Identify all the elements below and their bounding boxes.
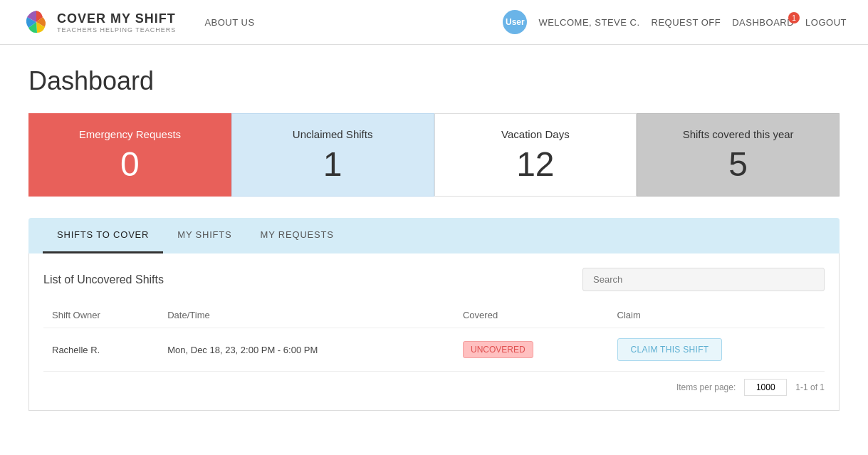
shifts-table: Shift Owner Date/Time Covered Claim Rach… [43,303,825,372]
nav-links: ABOUT US [204,17,503,28]
tabs-container: SHIFTS TO COVER MY SHIFTS MY REQUESTS [28,218,840,253]
cell-claim: CLAIM THIS SHIFT [609,328,825,372]
stat-label-unclaimed: Unclaimed Shifts [249,128,417,140]
table-header: Shift Owner Date/Time Covered Claim [43,303,825,328]
logo: COVER MY SHIFT TEACHERS HELPING TEACHERS [21,7,176,37]
items-per-page-label: Items per page: [676,382,736,392]
logo-text: COVER MY SHIFT TEACHERS HELPING TEACHERS [57,11,176,33]
stat-value-vacation: 12 [452,147,619,182]
cell-covered: UNCOVERED [454,328,609,372]
stat-label-emergency: Emergency Requests [46,128,214,140]
table-title: List of Uncovered Shifts [43,273,164,286]
page-title: Dashboard [28,66,840,96]
tabs: SHIFTS TO COVER MY SHIFTS MY REQUESTS [43,218,825,253]
header: COVER MY SHIFT TEACHERS HELPING TEACHERS… [0,0,868,45]
table-header-row: List of Uncovered Shifts [43,268,825,291]
pagination-info: 1-1 of 1 [795,382,825,392]
stat-card-emergency: Emergency Requests 0 [28,113,231,197]
items-per-page-input[interactable] [744,379,787,396]
footer: COPYRIGHT INFORMATION PRIVACY TECH ELEVA… [0,446,868,455]
uncovered-badge: UNCOVERED [463,341,533,358]
logout-link[interactable]: LOGOUT [805,17,847,28]
stat-label-vacation: Vacation Days [452,128,619,140]
stat-card-vacation: Vacation Days 12 [434,113,637,197]
welcome-text: WELCOME, STEVE C. [538,17,639,28]
stat-cards: Emergency Requests 0 Unclaimed Shifts 1 … [28,113,840,197]
logo-main-text: COVER MY SHIFT [57,11,176,26]
header-right: User WELCOME, STEVE C. REQUEST OFF DASHB… [503,10,847,34]
claim-shift-button[interactable]: CLAIM THIS SHIFT [617,338,723,361]
search-input[interactable] [582,268,825,291]
table-row: Rachelle R. Mon, Dec 18, 23, 2:00 PM - 6… [43,328,825,372]
tab-shifts-to-cover[interactable]: SHIFTS TO COVER [43,218,163,253]
stat-label-covered: Shifts covered this year [654,128,822,140]
user-badge: User [503,10,527,34]
nav-about-us[interactable]: ABOUT US [204,17,254,28]
stat-card-unclaimed: Unclaimed Shifts 1 [231,113,434,197]
stat-value-emergency: 0 [46,147,214,182]
stat-value-covered: 5 [654,147,822,182]
col-covered: Covered [454,303,609,328]
col-claim: Claim [609,303,825,328]
tab-my-shifts[interactable]: MY SHIFTS [163,218,246,253]
col-datetime: Date/Time [159,303,454,328]
dashboard-badge: 1 [788,12,800,23]
dashboard-link-wrap: DASHBOARD 1 [732,16,794,28]
col-owner: Shift Owner [43,303,159,328]
pagination-row: Items per page: 1-1 of 1 [43,372,825,396]
tab-my-requests[interactable]: MY REQUESTS [246,218,348,253]
logo-sub-text: TEACHERS HELPING TEACHERS [57,26,176,33]
cell-datetime: Mon, Dec 18, 23, 2:00 PM - 6:00 PM [159,328,454,372]
stat-card-covered: Shifts covered this year 5 [637,113,840,197]
logo-icon [21,7,51,37]
request-off-link[interactable]: REQUEST OFF [652,17,721,28]
table-section: List of Uncovered Shifts Shift Owner Dat… [28,253,840,411]
dashboard-link[interactable]: DASHBOARD [732,17,794,28]
cell-owner: Rachelle R. [43,328,159,372]
main-content: Dashboard Emergency Requests 0 Unclaimed… [0,45,868,446]
stat-value-unclaimed: 1 [249,147,417,182]
